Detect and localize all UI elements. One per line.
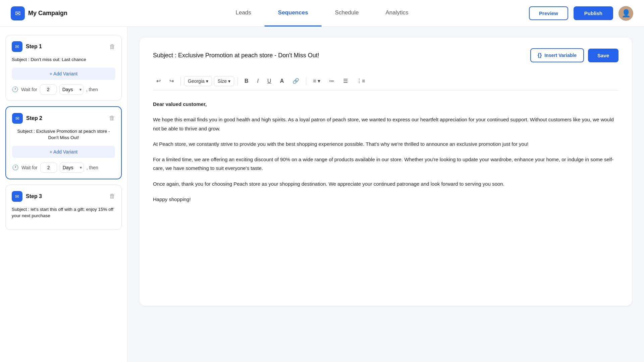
main-nav: Leads Sequences Schedule Analytics	[222, 0, 422, 26]
save-button[interactable]: Save	[588, 49, 619, 62]
toolbar-sep-1	[180, 77, 181, 85]
step-1-title: Step 1	[26, 44, 42, 50]
wait-clock-icon-2: 🕐	[12, 164, 19, 171]
subject-display: Subject : Exclusive Promotion at peach s…	[153, 52, 319, 59]
toolbar-sep-2	[237, 77, 238, 85]
wait-suffix-1: , then	[86, 87, 98, 92]
step-3-email-icon: ✉	[12, 191, 22, 202]
user-avatar[interactable]: 👤	[619, 6, 633, 21]
main-layout: ✉ Step 1 🗑 Subject : Don't miss out: Las…	[0, 27, 644, 362]
step-2-title: Step 2	[26, 115, 42, 121]
step-2-email-icon: ✉	[12, 113, 23, 124]
step-2-delete-icon[interactable]: 🗑	[109, 115, 115, 122]
header-actions: Preview Publish 👤	[529, 6, 633, 21]
wait-label-2: Wait for	[21, 165, 38, 170]
logo-area: ✉ My Campaign	[11, 6, 67, 20]
email-para-3: For a limited time, we are offering an e…	[153, 155, 619, 173]
header: ✉ My Campaign Leads Sequences Schedule A…	[0, 0, 644, 27]
wait-clock-icon-1: 🕐	[12, 86, 18, 93]
step-2-add-variant[interactable]: + Add Variant	[12, 146, 115, 158]
nav-leads[interactable]: Leads	[222, 0, 264, 26]
editor-container: Subject : Exclusive Promotion at peach s…	[140, 38, 632, 306]
email-body[interactable]: Dear valued customer, We hope this email…	[153, 100, 619, 204]
email-greeting: Dear valued customer,	[153, 100, 619, 109]
wait-label-1: Wait for	[21, 87, 37, 92]
app-logo-icon: ✉	[11, 6, 25, 20]
nav-schedule[interactable]: Schedule	[322, 0, 372, 26]
publish-button[interactable]: Publish	[574, 6, 613, 20]
wait-unit-select-1[interactable]: Days Hours	[59, 84, 84, 95]
indent-button[interactable]: ⋮≡	[353, 76, 368, 86]
font-dropdown-icon: ▾	[206, 78, 208, 84]
step-2-wait-row: 🕐 Wait for Days Hours , then	[12, 163, 115, 173]
step-card-2: ✉ Step 2 🗑 Subject : Exclusive Promotion…	[5, 106, 122, 179]
toolbar-sep-3	[306, 77, 306, 85]
wait-input-1[interactable]	[40, 84, 57, 95]
step-3-title: Step 3	[26, 193, 42, 199]
subject-value: Exclusive Promotion at peach store - Don…	[178, 52, 319, 59]
wait-unit-select-2[interactable]: Days Hours	[60, 163, 84, 173]
step-1-wait-row: 🕐 Wait for Days Hours , then	[12, 84, 115, 95]
content-area: Subject : Exclusive Promotion at peach s…	[127, 27, 644, 362]
ordered-list-button[interactable]: ≔	[326, 76, 338, 86]
link-button[interactable]: 🔗	[289, 76, 303, 86]
step-3-delete-icon[interactable]: 🗑	[109, 193, 115, 200]
step-card-1: ✉ Step 1 🗑 Subject : Don't miss out: Las…	[5, 35, 122, 101]
subject-row: Subject : Exclusive Promotion at peach s…	[153, 48, 619, 62]
text-color-button[interactable]: A	[277, 76, 287, 86]
step-2-subject: Subject : Exclusive Promotion at peach s…	[12, 128, 115, 141]
insert-variable-button[interactable]: {} Insert Variable	[530, 48, 584, 62]
step-1-email-icon: ✉	[12, 41, 22, 52]
align-button[interactable]: ≡ ▾	[310, 76, 324, 86]
unordered-list-button[interactable]: ☰	[340, 76, 351, 86]
step-1-subject: Subject : Don't miss out: Last chance	[12, 57, 115, 63]
step-card-3: ✉ Step 3 🗑 Subject : let's start this of…	[5, 185, 122, 230]
wait-input-2[interactable]	[40, 163, 57, 173]
font-size-select[interactable]: Size ▾	[214, 76, 234, 86]
email-para-4: Once again, thank you for choosing Peach…	[153, 180, 619, 188]
nav-sequences[interactable]: Sequences	[265, 0, 322, 26]
step-2-header: ✉ Step 2 🗑	[12, 113, 115, 124]
preview-button[interactable]: Preview	[529, 6, 568, 20]
size-dropdown-icon: ▾	[228, 78, 230, 84]
email-closing: Happy shopping!	[153, 195, 619, 204]
editor-toolbar: ↩ ↪ Georgia ▾ Size ▾ B I U A 🔗 ≡ ▾	[153, 72, 619, 90]
step-3-subject: Subject : let's start this off with a gi…	[12, 206, 115, 219]
redo-button[interactable]: ↪	[166, 76, 177, 86]
email-para-1: We hope this email finds you in good hea…	[153, 115, 619, 133]
step-3-header: ✉ Step 3 🗑	[12, 191, 115, 202]
bold-button[interactable]: B	[241, 76, 252, 86]
subject-actions: {} Insert Variable Save	[530, 48, 619, 62]
undo-button[interactable]: ↩	[153, 76, 164, 86]
curly-brace-icon: {}	[538, 52, 542, 58]
sidebar: ✉ Step 1 🗑 Subject : Don't miss out: Las…	[0, 27, 127, 362]
wait-suffix-2: , then	[87, 165, 98, 170]
app-title: My Campaign	[28, 10, 67, 17]
nav-analytics[interactable]: Analytics	[372, 0, 422, 26]
step-1-header: ✉ Step 1 🗑	[12, 41, 115, 52]
step-1-delete-icon[interactable]: 🗑	[109, 43, 115, 50]
italic-button[interactable]: I	[254, 76, 262, 86]
email-para-2: At Peach store, we constantly strive to …	[153, 140, 619, 148]
step-1-add-variant[interactable]: + Add Variant	[12, 68, 115, 80]
underline-button[interactable]: U	[264, 76, 275, 86]
font-family-select[interactable]: Georgia ▾	[184, 76, 212, 86]
